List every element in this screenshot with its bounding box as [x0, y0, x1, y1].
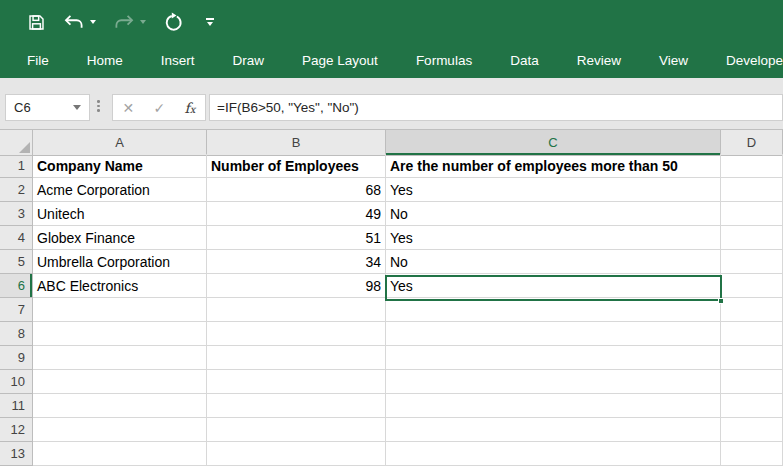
cell-A1[interactable]: Company Name: [33, 154, 207, 178]
select-all-corner[interactable]: [0, 130, 33, 156]
cell-A12[interactable]: [33, 418, 207, 442]
cell-B9[interactable]: [207, 346, 386, 370]
cell-C8[interactable]: [386, 322, 721, 346]
tab-data[interactable]: Data: [491, 44, 558, 78]
cell-D9[interactable]: [721, 346, 783, 370]
customize-quick-access-toolbar-icon: [206, 18, 214, 20]
enter-icon[interactable]: ✓: [154, 100, 166, 116]
row-header-4[interactable]: 4: [0, 226, 33, 250]
undo-button[interactable]: [63, 14, 96, 31]
repeat-button[interactable]: [163, 12, 183, 32]
tab-formulas[interactable]: Formulas: [397, 44, 491, 78]
cell-B6[interactable]: 98: [207, 274, 386, 298]
cell-C11[interactable]: [386, 394, 721, 418]
cell-A13[interactable]: [33, 442, 207, 466]
cell-D5[interactable]: [721, 250, 783, 274]
cell-A10[interactable]: [33, 370, 207, 394]
tab-home[interactable]: Home: [68, 44, 142, 78]
customize-quick-access-toolbar-button[interactable]: [206, 18, 214, 26]
tab-file[interactable]: File: [8, 44, 68, 78]
redo-dropdown-icon[interactable]: [140, 20, 146, 24]
cell-D3[interactable]: [721, 202, 783, 226]
cell-C6[interactable]: Yes: [386, 274, 721, 298]
tab-page-layout[interactable]: Page Layout: [283, 44, 397, 78]
spreadsheet-grid: ABCD1Company NameNumber of EmployeesAre …: [0, 130, 783, 466]
cell-B3[interactable]: 49: [207, 202, 386, 226]
cell-D10[interactable]: [721, 370, 783, 394]
cell-B11[interactable]: [207, 394, 386, 418]
cell-B4[interactable]: 51: [207, 226, 386, 250]
formula-bar-resize-handle[interactable]: [97, 100, 100, 112]
column-header-D[interactable]: D: [721, 130, 783, 156]
redo-button[interactable]: [113, 14, 146, 31]
cancel-icon[interactable]: ✕: [123, 100, 135, 116]
row-header-3[interactable]: 3: [0, 202, 33, 226]
row-header-7[interactable]: 7: [0, 298, 33, 322]
name-box-dropdown-icon[interactable]: [73, 105, 81, 110]
cell-A6[interactable]: ABC Electronics: [33, 274, 207, 298]
cell-A11[interactable]: [33, 394, 207, 418]
cell-D12[interactable]: [721, 418, 783, 442]
row-header-9[interactable]: 9: [0, 346, 33, 370]
column-header-A[interactable]: A: [33, 130, 207, 156]
cell-C5[interactable]: No: [386, 250, 721, 274]
row-header-11[interactable]: 11: [0, 394, 33, 418]
cell-A9[interactable]: [33, 346, 207, 370]
tab-draw[interactable]: Draw: [214, 44, 284, 78]
undo-icon: [63, 14, 85, 31]
cell-B12[interactable]: [207, 418, 386, 442]
cell-D6[interactable]: [721, 274, 783, 298]
cell-B7[interactable]: [207, 298, 386, 322]
cell-A8[interactable]: [33, 322, 207, 346]
cell-C12[interactable]: [386, 418, 721, 442]
column-header-C[interactable]: C: [386, 130, 721, 156]
cell-A3[interactable]: Unitech: [33, 202, 207, 226]
cell-D1[interactable]: [721, 154, 783, 178]
tab-developer[interactable]: Developer: [707, 44, 783, 78]
row-header-5[interactable]: 5: [0, 250, 33, 274]
cell-D13[interactable]: [721, 442, 783, 466]
formula-bar-input[interactable]: =IF(B6>50, "Yes", "No"): [209, 94, 783, 121]
cell-B1[interactable]: Number of Employees: [207, 154, 386, 178]
row-header-6[interactable]: 6: [0, 274, 33, 298]
row-header-12[interactable]: 12: [0, 418, 33, 442]
cell-D11[interactable]: [721, 394, 783, 418]
tab-insert[interactable]: Insert: [142, 44, 214, 78]
undo-dropdown-icon[interactable]: [90, 20, 96, 24]
cell-B2[interactable]: 68: [207, 178, 386, 202]
row-header-1[interactable]: 1: [0, 154, 33, 178]
cell-C2[interactable]: Yes: [386, 178, 721, 202]
cell-D4[interactable]: [721, 226, 783, 250]
cell-B5[interactable]: 34: [207, 250, 386, 274]
cell-B10[interactable]: [207, 370, 386, 394]
cell-D2[interactable]: [721, 178, 783, 202]
cell-C7[interactable]: [386, 298, 721, 322]
tab-view[interactable]: View: [640, 44, 707, 78]
cell-C4[interactable]: Yes: [386, 226, 721, 250]
cell-D7[interactable]: [721, 298, 783, 322]
insert-function-icon[interactable]: fx: [185, 100, 196, 116]
cell-B8[interactable]: [207, 322, 386, 346]
cell-C13[interactable]: [386, 442, 721, 466]
cell-A5[interactable]: Umbrella Corporation: [33, 250, 207, 274]
column-header-B[interactable]: B: [207, 130, 386, 156]
cell-C3[interactable]: No: [386, 202, 721, 226]
cell-A7[interactable]: [33, 298, 207, 322]
fill-handle[interactable]: [718, 298, 724, 304]
name-box-value: C6: [6, 100, 73, 115]
cell-A4[interactable]: Globex Finance: [33, 226, 207, 250]
cell-A2[interactable]: Acme Corporation: [33, 178, 207, 202]
cell-B13[interactable]: [207, 442, 386, 466]
formula-bar-buttons: ✕ ✓ fx: [112, 94, 206, 121]
cell-C9[interactable]: [386, 346, 721, 370]
tab-review[interactable]: Review: [558, 44, 640, 78]
cell-C1[interactable]: Are the number of employees more than 50: [386, 154, 721, 178]
row-header-13[interactable]: 13: [0, 442, 33, 466]
row-header-2[interactable]: 2: [0, 178, 33, 202]
save-button[interactable]: [27, 13, 46, 32]
cell-C10[interactable]: [386, 370, 721, 394]
row-header-10[interactable]: 10: [0, 370, 33, 394]
cell-D8[interactable]: [721, 322, 783, 346]
row-header-8[interactable]: 8: [0, 322, 33, 346]
name-box[interactable]: C6: [5, 94, 90, 121]
